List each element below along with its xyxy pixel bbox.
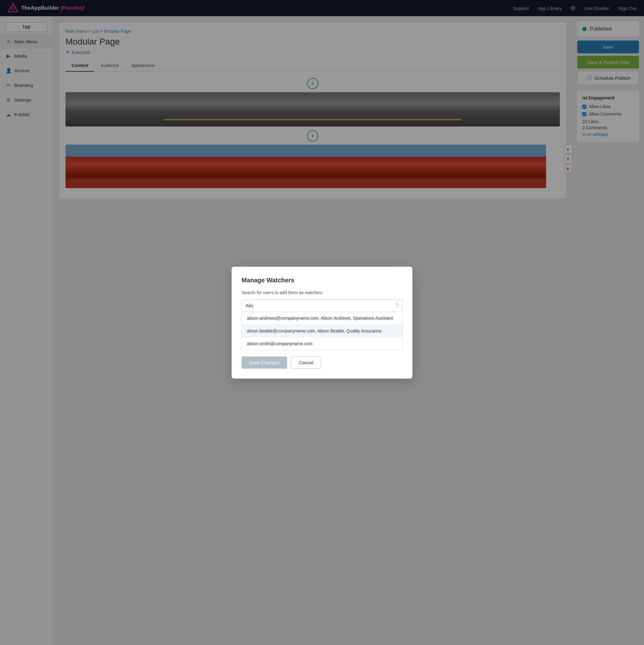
search-box: ? (241, 299, 402, 312)
search-input[interactable] (242, 300, 392, 311)
manage-watchers-modal: Manage Watchers Search for users to add … (231, 267, 413, 379)
cancel-button[interactable]: Cancel (291, 357, 321, 369)
help-icon[interactable]: ? (392, 300, 402, 311)
save-changes-button[interactable]: Save Changes (241, 357, 287, 369)
result-item-1[interactable]: alison.beattie@companyname.com, Alison B… (242, 325, 402, 338)
search-results-dropdown: alison.andrews@companyname.com, Alison A… (241, 312, 402, 350)
modal-title: Manage Watchers (241, 277, 402, 284)
result-item-2[interactable]: alison.smith@companyname.com (242, 338, 402, 350)
modal-overlay: Manage Watchers Search for users to add … (0, 0, 644, 645)
modal-subtitle: Search for users to add them as watchers (241, 290, 402, 295)
result-item-0[interactable]: alison.andrews@companyname.com, Alison A… (242, 312, 402, 325)
modal-footer: Save Changes Cancel (241, 357, 402, 369)
